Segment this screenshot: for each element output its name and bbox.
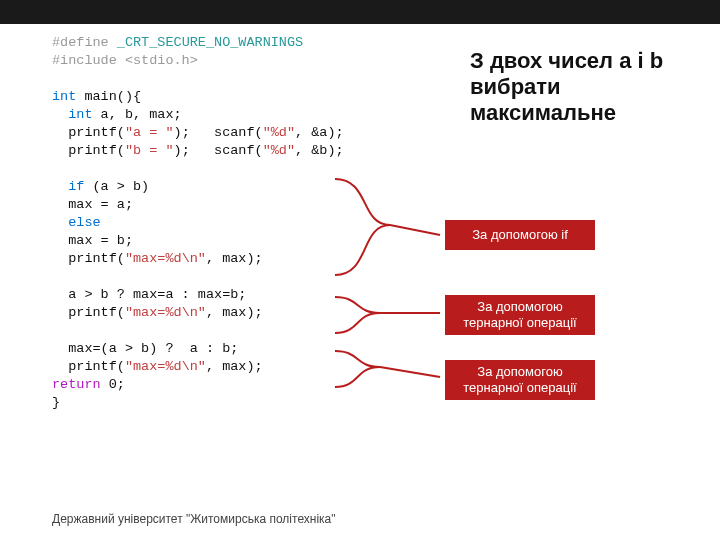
code-token: ); scanf( [174,143,263,158]
code-token: , max); [206,359,263,374]
code-token: if [68,179,84,194]
code-token: printf( [52,125,125,140]
code-token: max=(a > b) ? a : b; [52,341,238,356]
code-token: printf( [52,143,125,158]
slide-top-bar [0,0,720,24]
code-token: , max); [206,251,263,266]
code-token: "%d" [263,125,295,140]
annotation-box-ternary-1: За допомогою тернарної операції [445,295,595,335]
code-token: } [52,395,60,410]
code-token: a > b ? max=a : max=b; [52,287,246,302]
code-token: #include [52,53,117,68]
code-token: printf( [52,251,125,266]
code-token: else [68,215,100,230]
code-token: printf( [52,359,125,374]
code-token: , max); [206,305,263,320]
brace-icon [330,175,445,285]
code-token: int [52,89,76,104]
slide-title: З двох чисел a і b вибрати максимальне [470,48,700,126]
annotation-box-if: За допомогою if [445,220,595,250]
code-token: #define [52,35,109,50]
code-token: max = b; [52,233,133,248]
code-token: "max=%d\n" [125,251,206,266]
code-token: max = a; [52,197,133,212]
code-token: , &a); [295,125,344,140]
code-token: ); scanf( [174,125,263,140]
code-token: _CRT_SECURE_NO_WARNINGS [109,35,303,50]
code-token: "max=%d\n" [125,305,206,320]
footer-text: Державний університет "Житомирська політ… [52,512,336,526]
code-token: 0; [101,377,125,392]
code-token: "max=%d\n" [125,359,206,374]
code-token: main(){ [76,89,141,104]
brace-icon [330,347,445,393]
annotation-box-ternary-2: За допомогою тернарної операції [445,360,595,400]
code-token: printf( [52,305,125,320]
code-token [52,215,68,230]
code-token: , &b); [295,143,344,158]
code-token: return [52,377,101,392]
code-token: a, b, max; [93,107,182,122]
brace-icon [330,293,445,339]
code-block: #define _CRT_SECURE_NO_WARNINGS #include… [52,34,344,412]
code-token: "%d" [263,143,295,158]
code-token: int [68,107,92,122]
code-token: (a > b) [84,179,149,194]
code-token: "b = " [125,143,174,158]
code-token: <stdio.h> [117,53,198,68]
code-token [52,179,68,194]
code-token: "a = " [125,125,174,140]
code-token [52,107,68,122]
